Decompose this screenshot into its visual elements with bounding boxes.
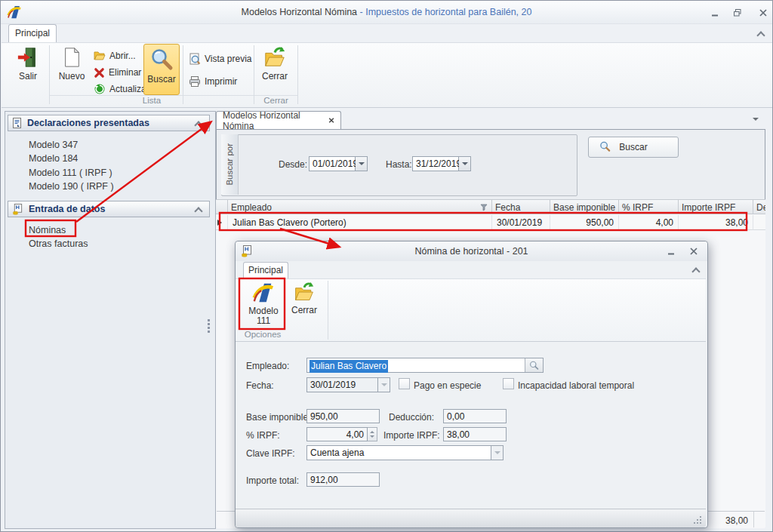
sidebar-item-modelo-190[interactable]: Modelo 190 ( IRPF ) — [29, 181, 180, 193]
importe-irpf-label: Importe IRPF: — [383, 430, 440, 441]
filter-icon[interactable] — [480, 204, 488, 211]
printer-icon — [189, 75, 201, 88]
dialog-ribbon: Modelo 111 Cerrar Opciones — [236, 278, 706, 342]
row-indicator-header — [216, 199, 228, 214]
column-header-base-imponible[interactable]: Base imponible — [550, 199, 619, 214]
cell-deduccion[interactable] — [753, 215, 765, 230]
desde-dropdown-button[interactable] — [356, 156, 368, 171]
minimize-icon — [667, 247, 676, 256]
column-header-fecha[interactable]: Fecha — [492, 199, 550, 214]
cell-fecha[interactable]: 30/01/2019 — [492, 215, 550, 230]
empleado-input[interactable]: Julian Bas Clavero — [306, 358, 544, 373]
imprimir-button[interactable]: Imprimir — [189, 74, 237, 89]
column-label: Empleado — [231, 202, 272, 213]
column-header-empleado[interactable]: Empleado — [228, 199, 492, 214]
row-indicator-cell — [216, 215, 228, 230]
chevron-down-icon — [494, 451, 500, 454]
buscar-button-label: Buscar — [619, 142, 647, 152]
fecha-dropdown-button[interactable] — [378, 377, 390, 392]
actualizar-button[interactable]: Actualizar — [94, 81, 149, 97]
tab-close-icon[interactable] — [328, 117, 334, 124]
nuevo-button[interactable]: Nuevo — [53, 46, 91, 81]
chevron-down-icon — [462, 162, 468, 165]
buscar-ribbon-button[interactable]: Buscar — [143, 44, 180, 95]
eliminar-label: Eliminar — [109, 67, 141, 78]
clave-irpf-dropdown-button[interactable] — [491, 445, 504, 460]
hasta-input[interactable]: 31/12/2019 — [412, 156, 459, 171]
eliminar-button[interactable]: Eliminar — [94, 65, 141, 80]
ribbon-collapse-icon[interactable] — [756, 31, 765, 39]
cell-empleado[interactable]: Julian Bas Clavero (Portero) — [228, 215, 492, 230]
close-icon — [759, 8, 768, 17]
importe-irpf-input[interactable]: 38,00 — [443, 427, 507, 441]
dialog-tab-principal[interactable]: Principal — [243, 262, 288, 279]
importe-total-input[interactable]: 912,00 — [306, 472, 380, 487]
delete-icon — [94, 67, 105, 78]
sidebar-header-entrada-datos[interactable]: Entrada de datos — [8, 201, 210, 217]
sidebar-item-modelo-347[interactable]: Modelo 347 — [29, 140, 180, 152]
minimize-button[interactable] — [706, 6, 724, 19]
search-icon — [529, 361, 539, 371]
ribbon-separator — [328, 281, 328, 340]
cerrar-ribbon-button[interactable]: Cerrar — [257, 46, 293, 81]
exit-door-icon — [17, 46, 39, 69]
group-caption-lista: Lista — [50, 95, 254, 106]
search-icon — [149, 48, 174, 72]
buscar-button[interactable]: Buscar — [588, 137, 679, 158]
window-title: Modelos Horizontal Nómina - Impuestos de… — [1, 7, 772, 17]
fecha-input[interactable]: 30/01/2019 — [306, 377, 378, 392]
collapse-icon[interactable] — [194, 121, 202, 129]
irpf-pct-label: % IRPF: — [246, 430, 280, 441]
resize-grip[interactable] — [694, 516, 701, 524]
restore-icon — [733, 8, 742, 17]
ribbon-tab-principal[interactable]: Principal — [8, 24, 57, 43]
buscar-label: Buscar — [147, 74, 175, 85]
modelo-111-button[interactable]: Modelo 111 — [245, 281, 282, 326]
main-window: Modelos Horizontal Nómina - Impuestos de… — [0, 0, 773, 532]
tab-list-dropdown-icon[interactable] — [753, 118, 759, 121]
cell-importe-irpf[interactable]: 38,00 — [679, 215, 753, 230]
dialog-minimize-button[interactable] — [662, 244, 680, 257]
incapacidad-label: Incapacidad laboral temporal — [518, 380, 634, 391]
vista-previa-button[interactable]: Vista previa — [189, 51, 251, 66]
refresh-icon — [94, 83, 106, 95]
sidebar: Declaraciones presentadas Modelo 347 Mod… — [5, 111, 216, 529]
column-header-deduccion[interactable]: Ded — [753, 199, 765, 214]
incapacidad-checkbox[interactable] — [503, 378, 514, 389]
empleado-selected-text: Julian Bas Clavero — [310, 360, 388, 373]
chevron-down-icon — [381, 383, 387, 386]
collapse-icon[interactable] — [194, 207, 202, 215]
tab-modelos-horizontal-nomina[interactable]: Modelos Horizontal Nómina — [216, 111, 341, 129]
abrir-button[interactable]: Abrir... — [94, 48, 136, 63]
irpf-pct-spinner[interactable] — [368, 427, 377, 441]
sidebar-item-nominas[interactable]: Nóminas — [29, 225, 180, 237]
clave-irpf-label: Clave IRPF: — [246, 448, 295, 459]
desde-input[interactable]: 01/01/2019 — [309, 156, 356, 171]
restore-button[interactable] — [728, 6, 747, 19]
sidebar-item-otras-facturas[interactable]: Otras facturas — [29, 238, 180, 251]
nomina-dialog: Nómina de horizontal - 201 Principal Mod… — [235, 241, 708, 528]
pago-especie-checkbox[interactable] — [399, 378, 410, 389]
sidebar-header-declaraciones[interactable]: Declaraciones presentadas — [8, 115, 210, 131]
dialog-ribbon-collapse-icon[interactable] — [691, 267, 700, 275]
empleado-lookup-button[interactable] — [525, 358, 543, 372]
open-folder-icon — [94, 50, 106, 62]
column-header-irpf-pct[interactable]: % IRPF — [619, 199, 679, 214]
sidebar-item-modelo-184[interactable]: Modelo 184 — [29, 153, 180, 165]
salir-button[interactable]: Salir — [11, 46, 45, 81]
base-imponible-input[interactable]: 950,00 — [306, 409, 380, 423]
close-button[interactable] — [754, 6, 772, 19]
sidebar-item-modelo-111[interactable]: Modelo 111 ( IRPF ) — [29, 168, 180, 180]
fecha-label: Fecha: — [246, 380, 274, 391]
dialog-cerrar-button[interactable]: Cerrar — [287, 281, 322, 315]
column-header-importe-irpf[interactable]: Importe IRPF — [679, 199, 753, 214]
dialog-statusbar — [236, 509, 706, 527]
splitter-handle[interactable] — [208, 319, 210, 321]
irpf-pct-input[interactable]: 4,00 — [306, 427, 368, 441]
deduccion-input[interactable]: 0,00 — [443, 409, 507, 423]
dialog-close-button[interactable] — [685, 244, 703, 257]
cell-irpf-pct[interactable]: 4,00 — [619, 215, 679, 230]
hasta-dropdown-button[interactable] — [459, 156, 471, 171]
clave-irpf-select[interactable]: Cuenta ajena — [306, 445, 491, 460]
cell-base-imponible[interactable]: 950,00 — [550, 215, 619, 230]
